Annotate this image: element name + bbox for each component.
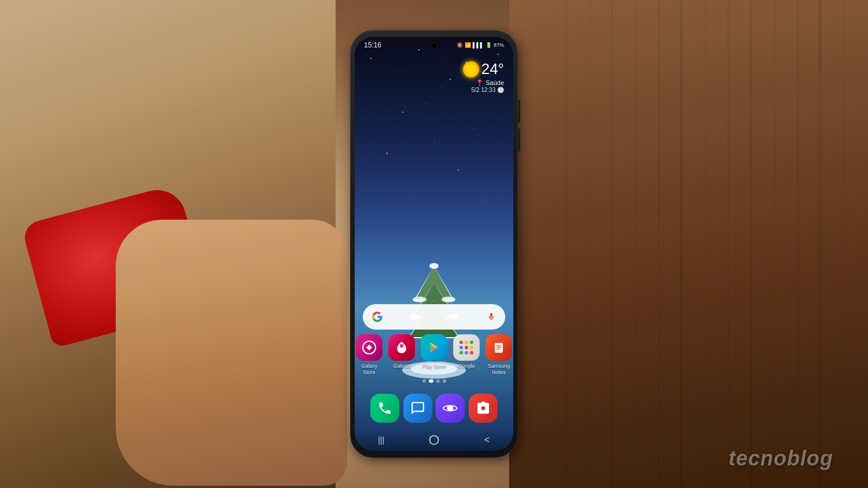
location-pin-icon: 📍 bbox=[476, 79, 484, 86]
svg-point-7 bbox=[429, 263, 439, 269]
wifi-icon: 📶 bbox=[465, 42, 471, 48]
weather-sun-icon bbox=[463, 61, 479, 77]
dock-saturn-icon[interactable] bbox=[436, 394, 465, 423]
svg-point-9 bbox=[442, 297, 455, 302]
tecnoblog-watermark: tecnoblog bbox=[729, 446, 833, 471]
app-item-galeria[interactable]: Galeria bbox=[388, 334, 415, 376]
phone-device: 15:16 🔇 📶 ▌▌▌ 🔋 87% 24° 📍 Saúde 5/2 12:3… bbox=[350, 30, 518, 458]
location-name: Saúde bbox=[486, 79, 504, 86]
nav-home-button[interactable] bbox=[427, 433, 441, 447]
background-right-wood bbox=[509, 0, 868, 488]
svg-point-22 bbox=[429, 436, 438, 445]
svg-point-15 bbox=[400, 344, 403, 347]
volume-up-button[interactable] bbox=[518, 99, 520, 123]
weather-datetime: 5/2 12:33 🕐 bbox=[463, 87, 504, 93]
google-icon[interactable] bbox=[453, 334, 480, 361]
app-item-samsung-notes[interactable]: Samsung Notes bbox=[486, 334, 512, 376]
weather-location: 📍 Saúde bbox=[463, 79, 504, 87]
google-search-bar[interactable] bbox=[363, 304, 505, 330]
status-icons: 🔇 📶 ▌▌▌ 🔋 87% bbox=[457, 42, 504, 48]
wood-grain-texture bbox=[509, 0, 868, 488]
weather-widget: 24° 📍 Saúde 5/2 12:33 🕐 bbox=[463, 60, 504, 93]
app-item-play-store[interactable]: Play Store bbox=[421, 334, 447, 376]
galaxy-store-label: Galaxy Store bbox=[356, 363, 382, 376]
page-dot-1 bbox=[422, 379, 426, 383]
volume-down-button[interactable] bbox=[518, 128, 520, 151]
svg-point-8 bbox=[413, 297, 426, 302]
samsung-notes-label: Samsung Notes bbox=[486, 363, 512, 376]
battery-icon: 🔋 bbox=[486, 42, 492, 48]
play-store-icon[interactable] bbox=[421, 334, 447, 361]
galaxy-store-icon[interactable] bbox=[356, 334, 382, 361]
app-item-galaxy-store[interactable]: Galaxy Store bbox=[356, 334, 382, 376]
phone-screen: 15:16 🔇 📶 ▌▌▌ 🔋 87% 24° 📍 Saúde 5/2 12:3… bbox=[355, 37, 513, 451]
weather-temperature: 24° bbox=[481, 60, 504, 78]
dock-phone-icon[interactable] bbox=[370, 394, 399, 423]
app-item-google[interactable]: Google bbox=[453, 334, 480, 376]
signal-icon: ▌▌▌ bbox=[473, 42, 484, 48]
status-time: 15:16 bbox=[364, 41, 381, 49]
google-dots-grid bbox=[459, 341, 473, 354]
hand-area bbox=[116, 220, 347, 486]
nav-back-button[interactable]: < bbox=[480, 433, 494, 447]
page-dot-3 bbox=[436, 379, 440, 383]
samsung-notes-icon[interactable] bbox=[486, 334, 512, 361]
google-label: Google bbox=[458, 363, 475, 369]
app-dock bbox=[355, 387, 513, 429]
dock-camera-icon[interactable] bbox=[469, 394, 498, 423]
galeria-icon[interactable] bbox=[388, 334, 415, 361]
page-dot-4 bbox=[443, 379, 446, 383]
galeria-label: Galeria bbox=[393, 363, 410, 369]
mute-icon: 🔇 bbox=[457, 42, 463, 48]
weather-temperature-row: 24° bbox=[463, 60, 504, 78]
camera-hole bbox=[431, 43, 437, 49]
play-store-label: Play Store bbox=[422, 363, 446, 369]
page-dot-2-active bbox=[429, 379, 433, 383]
nav-recent-button[interactable]: ||| bbox=[374, 433, 388, 447]
page-indicators bbox=[355, 379, 513, 383]
voice-search-icon[interactable] bbox=[486, 311, 497, 323]
dock-messages-icon[interactable] bbox=[403, 394, 432, 423]
app-icons-row: Galaxy Store Galeria bbox=[355, 334, 513, 376]
battery-percent: 87% bbox=[494, 42, 504, 48]
navigation-bar: ||| < bbox=[355, 429, 513, 451]
google-g-logo bbox=[371, 310, 384, 323]
